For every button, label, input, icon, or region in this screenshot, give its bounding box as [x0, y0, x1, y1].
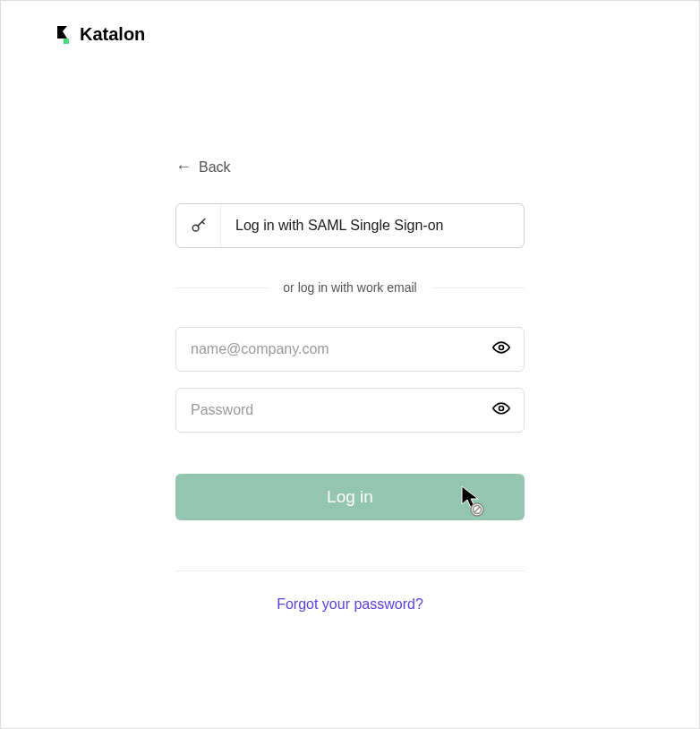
password-input[interactable] — [175, 388, 525, 433]
login-form: ← Back Log in with SAML Single Sign-on o… — [175, 158, 525, 613]
back-link[interactable]: ← Back — [175, 158, 525, 176]
katalon-logo-icon — [55, 26, 73, 44]
svg-rect-0 — [64, 39, 69, 44]
arrow-left-icon: ← — [175, 158, 192, 176]
brand-name: Katalon — [80, 24, 145, 45]
key-icon — [176, 204, 221, 247]
eye-icon[interactable] — [492, 399, 510, 421]
svg-point-3 — [499, 407, 504, 411]
app-header: Katalon — [1, 1, 699, 68]
email-input-group — [175, 327, 525, 372]
eye-icon[interactable] — [492, 339, 510, 360]
login-button[interactable]: Log in — [175, 474, 525, 520]
saml-sso-button[interactable]: Log in with SAML Single Sign-on — [175, 203, 525, 248]
divider-text: or log in with work email — [269, 280, 431, 295]
forgot-password-link[interactable]: Forgot your password? — [175, 596, 525, 613]
login-divider: or log in with work email — [175, 280, 525, 295]
brand-logo: Katalon — [55, 24, 145, 45]
section-divider — [175, 570, 525, 571]
back-label: Back — [199, 159, 231, 176]
password-input-group — [175, 388, 525, 433]
saml-sso-label: Log in with SAML Single Sign-on — [221, 218, 443, 234]
email-input[interactable] — [175, 327, 525, 372]
svg-point-2 — [499, 346, 504, 350]
